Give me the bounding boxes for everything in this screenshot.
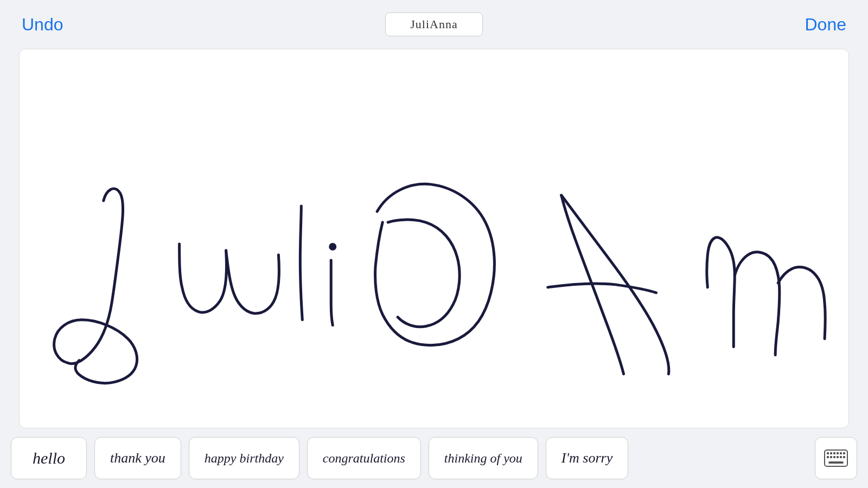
phrase-congratulations-label: congratulations <box>323 451 405 466</box>
phrase-thank-you-label: thank you <box>110 450 165 466</box>
phrase-hello-label: hello <box>33 449 65 467</box>
keyboard-button[interactable] <box>815 437 857 479</box>
svg-rect-3 <box>830 452 832 454</box>
signature-preview: JuliAnna <box>385 12 483 36</box>
svg-rect-12 <box>840 456 842 458</box>
svg-rect-13 <box>843 456 845 458</box>
undo-button[interactable]: Undo <box>22 15 63 35</box>
svg-rect-14 <box>828 461 844 464</box>
bottom-strip: hello thank you happy birthday congratul… <box>0 428 868 488</box>
svg-rect-5 <box>837 452 839 454</box>
phrase-im-sorry-label: I'm sorry <box>561 450 612 466</box>
svg-rect-8 <box>827 456 829 458</box>
svg-rect-11 <box>837 456 839 458</box>
svg-rect-2 <box>827 452 829 454</box>
phrase-thinking-of-you-label: thinking of you <box>444 451 522 466</box>
svg-rect-7 <box>843 452 845 454</box>
phrase-hello-button[interactable]: hello <box>11 437 87 479</box>
phrase-congratulations-button[interactable]: congratulations <box>307 437 421 479</box>
done-button[interactable]: Done <box>805 15 847 35</box>
phrase-thinking-of-you-button[interactable]: thinking of you <box>429 437 538 479</box>
phrase-thank-you-button[interactable]: thank you <box>94 437 181 479</box>
drawing-canvas[interactable] <box>19 49 849 428</box>
svg-rect-9 <box>830 456 832 458</box>
keyboard-icon <box>824 450 848 467</box>
phrase-im-sorry-button[interactable]: I'm sorry <box>546 437 628 479</box>
phrase-happy-birthday-button[interactable]: happy birthday <box>189 437 299 479</box>
svg-rect-6 <box>840 452 842 454</box>
top-bar: Undo JuliAnna Done <box>0 0 868 49</box>
phrase-happy-birthday-label: happy birthday <box>205 451 284 466</box>
svg-rect-4 <box>833 452 835 454</box>
svg-rect-10 <box>833 456 835 458</box>
svg-point-0 <box>329 243 336 251</box>
